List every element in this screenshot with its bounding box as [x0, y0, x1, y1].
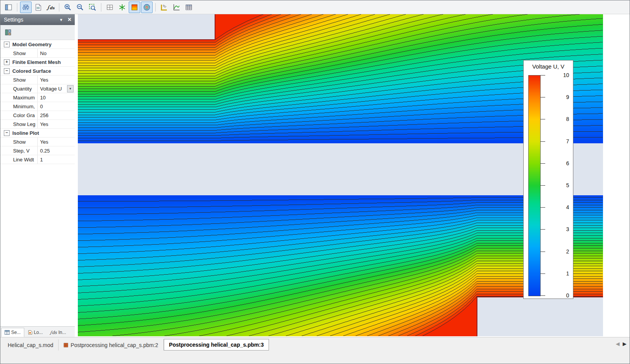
panel-menu-caret-icon[interactable]: ▼ [59, 18, 63, 22]
toolbar-separator [155, 3, 156, 12]
categorized-view-icon[interactable] [4, 29, 12, 36]
properties-window-button[interactable] [3, 2, 14, 13]
category-label: Colored Surface [12, 68, 51, 74]
category-row[interactable]: +Finite Element Mesh [0, 58, 75, 67]
document-tab-1[interactable]: Helical_cap_s.mod [3, 339, 59, 351]
property-label: Show [0, 49, 38, 57]
settings-panel-header: Settings ▼ × [0, 14, 75, 25]
table-icon [185, 3, 193, 11]
collapse-minus-icon[interactable]: − [4, 42, 10, 47]
colored-surface-icon [131, 3, 138, 11]
legend-tick-label: 8 [556, 116, 569, 122]
document-tab-2[interactable]: Postprocessing helical_cap_s.pbm:2 [59, 339, 163, 351]
xy-plot-icon [173, 3, 180, 11]
tab-scroll-right-icon[interactable]: ▶ [623, 341, 627, 346]
property-row[interactable]: ShowYes [0, 138, 75, 146]
property-label: Show Leg [0, 120, 38, 128]
main-body: Settings ▼ × −Model GeometryShowNo+Finit… [0, 14, 630, 337]
sidebar-icon [5, 3, 12, 11]
table-button[interactable] [183, 2, 195, 13]
isolines-button[interactable] [141, 2, 153, 13]
property-value[interactable]: 1 [38, 155, 75, 164]
property-value[interactable]: Yes [38, 120, 75, 128]
settings-panel-toolbar [0, 25, 75, 40]
legend-colorbar [528, 75, 541, 296]
document-tab-label: Postprocessing helical_cap_s.pbm:2 [71, 342, 158, 348]
category-row[interactable]: −Colored Surface [0, 67, 75, 75]
property-label: Quantity [0, 84, 38, 93]
colored-surface-button[interactable] [129, 2, 140, 13]
property-value[interactable]: 0 [38, 102, 75, 111]
expand-plus-icon[interactable]: + [4, 59, 10, 65]
property-value-text: 1 [40, 157, 43, 163]
property-value[interactable]: 10 [38, 93, 75, 102]
postprocessing-settings-button[interactable] [20, 2, 32, 13]
category-label: Finite Element Mesh [12, 59, 61, 65]
legend[interactable]: Voltage U, V 109876543210 [523, 60, 573, 299]
legend-colorbar-canvas [529, 75, 540, 296]
property-value[interactable]: Yes [38, 138, 75, 146]
panel-tab-in[interactable]: ∫dsIn... [46, 328, 69, 337]
zoom-in-button[interactable] [62, 2, 74, 13]
property-row[interactable]: Show LegYes [0, 120, 75, 129]
document-tabbar: Helical_cap_s.modPostprocessing helical_… [0, 337, 630, 364]
category-label: Model Geometry [12, 42, 52, 47]
property-label: Show [0, 75, 38, 84]
zoom-out-button[interactable] [74, 2, 86, 13]
panel-close-icon[interactable]: × [68, 17, 71, 23]
property-label: Color Gra [0, 111, 38, 119]
legend-tick-mark [540, 141, 545, 142]
property-row[interactable]: Step, V0.25 [0, 146, 75, 155]
category-row[interactable]: −Isoline Plot [0, 129, 75, 138]
tab-nav: ◀▶ [616, 341, 627, 346]
picture-settings-button[interactable] [32, 2, 44, 13]
property-row[interactable]: ShowYes [0, 75, 75, 84]
property-value[interactable]: 256 [38, 111, 75, 119]
property-value-text: 256 [40, 112, 49, 118]
document-tab-label: Postprocessing helical_cap_s.pbm:3 [169, 342, 264, 348]
property-row[interactable]: QuantityVoltage U▼ [0, 84, 75, 93]
mesh-button[interactable] [116, 2, 128, 13]
dropdown-button[interactable]: ▼ [67, 85, 74, 92]
property-value[interactable]: Voltage U▼ [38, 84, 75, 93]
panel-tab-lo[interactable]: Lo... [24, 328, 46, 337]
property-label: Line Widt [0, 155, 38, 164]
collapse-minus-icon[interactable]: − [4, 130, 10, 136]
property-row[interactable]: Minimum,0 [0, 102, 75, 111]
settings-panel-tabs: Se...Lo...∫dsIn... [0, 326, 75, 337]
document-tab-3[interactable]: Postprocessing helical_cap_s.pbm:3 [164, 339, 269, 351]
property-value-text: 10 [40, 95, 45, 101]
collapse-minus-icon[interactable]: − [4, 68, 10, 74]
property-row[interactable]: Line Widt1 [0, 155, 75, 164]
property-value[interactable]: Yes [38, 75, 75, 84]
panel-tab-se[interactable]: Se... [1, 328, 24, 337]
zoom-extents-icon [89, 3, 96, 11]
category-row[interactable]: −Model Geometry [0, 40, 75, 49]
field-lines-button[interactable] [158, 2, 170, 13]
tab-scroll-left-icon[interactable]: ◀ [616, 341, 620, 346]
settings-tab-icon [5, 330, 10, 335]
property-row[interactable]: Maximum10 [0, 93, 75, 102]
legend-tick-mark [540, 97, 545, 97]
legend-tick-mark [540, 207, 545, 208]
zoom-in-icon [64, 3, 72, 11]
window-panes-button[interactable] [104, 2, 116, 13]
legend-tick-label: 0 [556, 292, 569, 299]
property-value-text: Yes [40, 77, 48, 83]
legend-title: Voltage U, V [524, 63, 573, 70]
property-value-text: 0 [40, 104, 43, 109]
field-lines-icon [160, 3, 168, 11]
panel-tab-label: In... [58, 330, 66, 335]
toolbar-separator [17, 3, 17, 12]
panel-tab-label: Lo... [34, 330, 43, 335]
plot-area: Voltage U, V 109876543210 [77, 14, 630, 337]
integral-calculator-button[interactable]: ∫ds [45, 2, 56, 13]
xy-plot-button[interactable] [171, 2, 182, 13]
zoom-extents-button[interactable] [87, 2, 98, 13]
legend-tick-mark [540, 119, 545, 119]
property-row[interactable]: ShowNo [0, 49, 75, 58]
property-value[interactable]: 0.25 [38, 146, 75, 155]
property-value[interactable]: No [38, 49, 75, 57]
main-toolbar: ∫ds [0, 0, 630, 14]
property-row[interactable]: Color Gra256 [0, 111, 75, 120]
